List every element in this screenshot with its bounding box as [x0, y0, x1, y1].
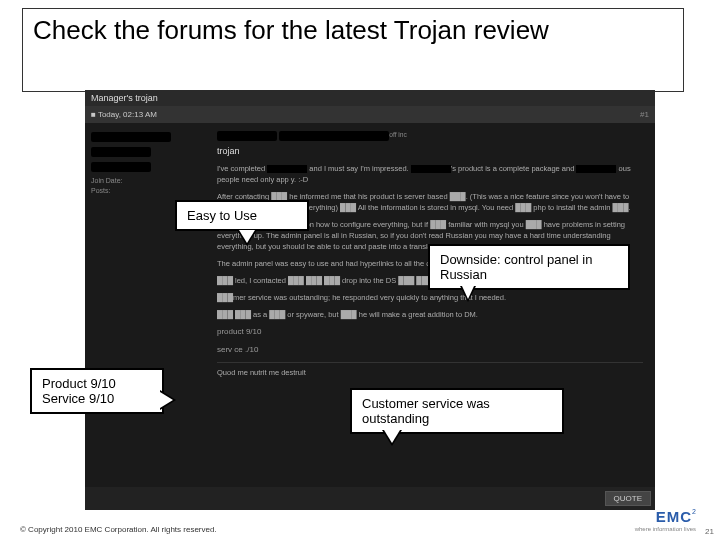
logo-brand: EMC — [656, 508, 692, 525]
rating-product: product 9/10 — [217, 326, 643, 338]
callout-text: Easy to Use — [187, 208, 257, 223]
redacted-inline — [411, 165, 451, 173]
post-date: Today, 02:13 AM — [98, 110, 157, 119]
slide-title: Check the forums for the latest Trojan r… — [33, 15, 673, 45]
callout-text: Downside: control panel in Russian — [440, 252, 592, 282]
callout-easy-to-use: Easy to Use — [175, 200, 309, 231]
forum-userinfo: Join Date: Posts: — [91, 129, 211, 384]
forum-screenshot: Manager's trojan ■ Today, 02:13 AM #1 Jo… — [85, 90, 655, 510]
copyright-footer: © Copyright 2010 EMC Corporation. All ri… — [20, 525, 217, 534]
redacted-title — [91, 147, 151, 157]
slide: Check the forums for the latest Trojan r… — [0, 0, 720, 540]
avatar-row: off inc — [217, 129, 643, 145]
callout-customer-service: Customer service was outstanding — [350, 388, 564, 434]
callout-tail-icon — [382, 430, 402, 446]
callout-ratings: Product 9/10 Service 9/10 — [30, 368, 164, 414]
callout-downside: Downside: control panel in Russian — [428, 244, 630, 290]
callout-text: Customer service was outstanding — [362, 396, 490, 426]
callout-tail-icon — [237, 230, 257, 246]
callout-tail-icon — [160, 390, 176, 410]
quote-bar: QUOTE — [85, 487, 655, 510]
post-paragraph-6: ███mer service was outstanding; he respo… — [217, 292, 643, 303]
thread-title: Manager's trojan — [91, 93, 158, 103]
redacted-sig — [279, 131, 389, 141]
post-paragraph-1: I've completed and I must say I'm impres… — [217, 163, 643, 185]
join-date-label: Join Date: — [91, 177, 211, 184]
page-number: 21 — [705, 527, 714, 536]
signature: Quod me nutrit me destruit — [217, 362, 643, 378]
redacted-username — [91, 132, 171, 142]
post-meta-bar: ■ Today, 02:13 AM #1 — [85, 106, 655, 123]
quote-button[interactable]: QUOTE — [605, 491, 651, 506]
redacted-inline — [576, 165, 616, 173]
callout-tail-icon — [460, 286, 476, 302]
post-paragraph-7: ███ ███ as a ███ or spyware, but ███ he … — [217, 309, 643, 320]
redacted-rank — [91, 162, 151, 172]
emc-logo: EMC2 where information lives — [635, 508, 696, 532]
rating-service: serv ce ./10 — [217, 344, 643, 356]
callout-text-line1: Product 9/10 — [42, 376, 152, 391]
title-box: Check the forums for the latest Trojan r… — [22, 8, 684, 92]
forum-thread-header: Manager's trojan — [85, 90, 655, 106]
post-heading: trojan — [217, 145, 643, 157]
logo-tagline: where information lives — [635, 526, 696, 532]
post-number: #1 — [640, 110, 649, 119]
redacted-inline — [267, 165, 307, 173]
posts-label: Posts: — [91, 187, 211, 194]
callout-text-line2: Service 9/10 — [42, 391, 152, 406]
redacted-avatar — [217, 131, 277, 141]
logo-sup: 2 — [692, 508, 696, 515]
